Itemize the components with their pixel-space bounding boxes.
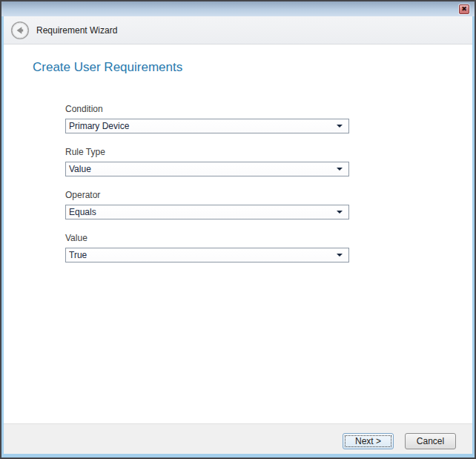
next-button[interactable]: Next > xyxy=(343,433,394,449)
operator-label: Operator xyxy=(65,190,349,200)
value-value: True xyxy=(69,250,337,260)
cancel-button[interactable]: Cancel xyxy=(405,433,456,449)
operator-value: Equals xyxy=(69,207,337,217)
value-combobox[interactable]: True xyxy=(65,248,349,262)
close-icon: ✖ xyxy=(461,6,467,13)
value-label: Value xyxy=(65,233,349,243)
chevron-down-icon xyxy=(337,125,343,128)
wizard-window: ✖ Requirement Wizard Create User Require… xyxy=(0,0,476,459)
chevron-down-icon xyxy=(337,254,343,257)
chevron-down-icon xyxy=(337,168,343,171)
page-title: Create User Requirements xyxy=(33,60,182,75)
close-button[interactable]: ✖ xyxy=(459,4,469,14)
condition-combobox[interactable]: Primary Device xyxy=(65,119,349,133)
titlebar: ✖ xyxy=(1,1,475,16)
chevron-down-icon xyxy=(337,211,343,214)
back-button[interactable] xyxy=(10,21,30,40)
wizard-content: Create User Requirements Condition Prima… xyxy=(4,44,472,423)
wizard-footer: Next > Cancel xyxy=(4,423,472,454)
client-area: Requirement Wizard Create User Requireme… xyxy=(4,16,472,454)
field-rule-type: Rule Type Value xyxy=(65,147,349,176)
wizard-header-title: Requirement Wizard xyxy=(36,25,117,36)
field-condition: Condition Primary Device xyxy=(65,104,349,133)
back-arrow-icon xyxy=(10,21,30,40)
wizard-header: Requirement Wizard xyxy=(4,16,472,44)
condition-label: Condition xyxy=(65,104,349,114)
condition-value: Primary Device xyxy=(69,121,337,131)
field-value: Value True xyxy=(65,233,349,262)
rule-type-value: Value xyxy=(69,164,337,174)
rule-type-combobox[interactable]: Value xyxy=(65,162,349,176)
rule-type-label: Rule Type xyxy=(65,147,349,157)
requirements-form: Condition Primary Device Rule Type Value… xyxy=(65,104,349,276)
operator-combobox[interactable]: Equals xyxy=(65,205,349,219)
field-operator: Operator Equals xyxy=(65,190,349,219)
